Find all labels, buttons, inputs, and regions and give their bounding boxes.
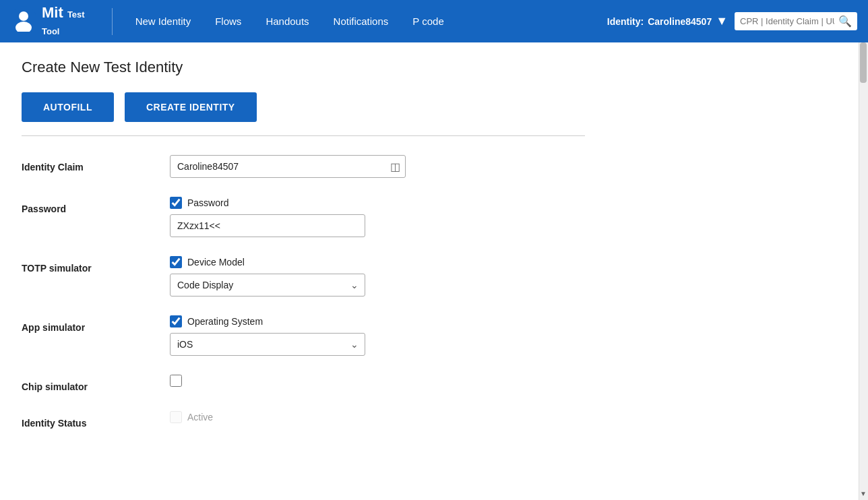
logo: Mit TestTool [11, 5, 85, 37]
nav-item-flows[interactable]: Flows [203, 15, 253, 27]
dropdown-arrow-icon: ▼ [716, 14, 728, 28]
search-box[interactable]: 🔍 [735, 12, 857, 30]
identity-claim-label: Identity Claim [22, 155, 170, 173]
scrollbar-thumb[interactable] [860, 42, 867, 83]
identity-status-label: Identity Status [22, 411, 170, 429]
logo-text: Mit TestTool [42, 5, 85, 37]
totp-device-select-wrap: Code Display Hardware Token Software Tok… [170, 274, 365, 296]
identity-claim-input[interactable] [170, 155, 406, 178]
totp-checkbox-label[interactable]: Device Model [170, 256, 406, 268]
app-os-checkbox[interactable] [170, 315, 182, 327]
chip-simulator-control [170, 375, 406, 389]
app-simulator-label: App simulator [22, 315, 170, 333]
app-simulator-row: App simulator Operating System iOS Andro… [22, 315, 585, 356]
password-checkbox-text: Password [187, 197, 228, 208]
search-icon-button[interactable]: 🔍 [838, 15, 852, 28]
identity-name-text: Caroline84507 [648, 16, 712, 27]
search-input[interactable] [740, 16, 834, 26]
identity-claim-input-wrap: ◫ [170, 155, 406, 178]
totp-row: TOTP simulator Device Model Code Display… [22, 256, 585, 296]
identity-status-text: Active [187, 412, 213, 423]
scrollbar[interactable]: ▼ [859, 42, 868, 464]
password-checkbox[interactable] [170, 197, 182, 209]
password-checkbox-label[interactable]: Password [170, 197, 406, 209]
page-title: Create New Test Identity [22, 59, 585, 76]
identity-claim-control: ◫ [170, 155, 406, 178]
app-os-checkbox-text: Operating System [187, 316, 263, 327]
identity-claim-icon: ◫ [390, 160, 400, 173]
totp-label: TOTP simulator [22, 256, 170, 274]
password-label: Password [22, 197, 170, 214]
password-input[interactable] [170, 214, 365, 237]
identity-status-checkbox-label: Active [170, 411, 406, 423]
totp-checkbox[interactable] [170, 256, 182, 268]
app-simulator-control: Operating System iOS Android Windows ⌄ [170, 315, 406, 356]
app-os-select[interactable]: iOS Android Windows [170, 333, 365, 356]
chip-simulator-row: Chip simulator [22, 375, 585, 392]
create-identity-button[interactable]: CREATE IDENTITY [125, 92, 257, 122]
action-buttons: AUTOFILL CREATE IDENTITY [22, 92, 585, 122]
totp-control: Device Model Code Display Hardware Token… [170, 256, 406, 296]
header-nav: New Identity Flows Handouts Notification… [123, 15, 607, 27]
header-divider [112, 8, 113, 35]
nav-item-pcode[interactable]: P code [400, 15, 456, 27]
identity-status-control: Active [170, 411, 406, 429]
main-content: Create New Test Identity AUTOFILL CREATE… [0, 42, 607, 464]
logo-icon [11, 6, 36, 36]
nav-item-new-identity[interactable]: New Identity [123, 15, 204, 27]
search-icon: 🔍 [838, 15, 852, 27]
app-os-select-wrap: iOS Android Windows ⌄ [170, 333, 365, 356]
chip-simulator-label: Chip simulator [22, 375, 170, 392]
app-os-checkbox-label[interactable]: Operating System [170, 315, 406, 327]
header: Mit TestTool New Identity Flows Handouts… [0, 0, 868, 42]
password-control: Password [170, 197, 406, 237]
nav-item-notifications[interactable]: Notifications [321, 15, 401, 27]
svg-point-1 [19, 11, 28, 21]
identity-label-text: Identity: [607, 16, 644, 27]
identity-selector[interactable]: Identity: Caroline84507 ▼ [607, 14, 728, 28]
totp-device-select[interactable]: Code Display Hardware Token Software Tok… [170, 274, 365, 296]
nav-item-handouts[interactable]: Handouts [253, 15, 321, 27]
identity-claim-row: Identity Claim ◫ [22, 155, 585, 178]
identity-status-row: Identity Status Active [22, 411, 585, 429]
identity-status-checkbox [170, 411, 182, 423]
password-row: Password Password [22, 197, 585, 237]
section-divider [22, 135, 585, 136]
chip-simulator-checkbox[interactable] [170, 375, 182, 387]
totp-checkbox-text: Device Model [187, 257, 245, 268]
autofill-button[interactable]: AUTOFILL [22, 92, 114, 122]
